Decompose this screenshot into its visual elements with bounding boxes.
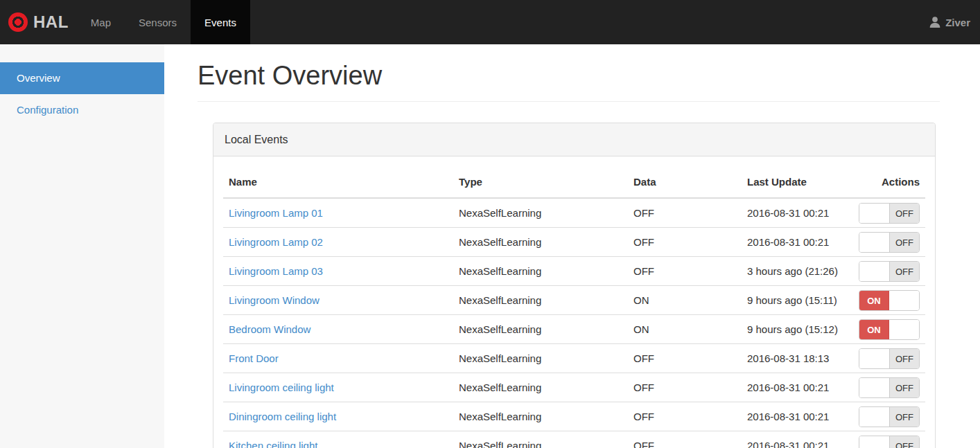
last-update-cell: 2016-08-31 00:21 — [742, 373, 853, 402]
name-cell: Livingroom Lamp 02 — [223, 228, 453, 257]
data-cell: OFF — [628, 344, 742, 373]
data-cell: OFF — [628, 228, 742, 257]
events-table: Name Type Data Last Update Actions — [223, 167, 925, 448]
name-cell: Livingroom Lamp 03 — [223, 257, 453, 286]
brand[interactable]: HAL — [0, 0, 77, 44]
actions-cell: ON — [853, 315, 925, 344]
sidebar-item[interactable]: Configuration — [0, 94, 164, 126]
panel-title: Local Events — [225, 134, 288, 145]
switch-handle — [859, 407, 889, 427]
brand-label: HAL — [33, 12, 69, 32]
switch-handle — [859, 262, 889, 281]
switch-state-label: OFF — [889, 349, 919, 368]
table-row: Diningroom ceiling light NexaSelfLearnin… — [223, 402, 925, 431]
event-name-link[interactable]: Livingroom Lamp 02 — [229, 236, 323, 248]
nav-tab[interactable]: Events — [191, 0, 250, 44]
last-update-cell: 2016-08-31 00:21 — [742, 228, 853, 257]
type-cell: NexaSelfLearning — [453, 402, 628, 431]
last-update-cell: 9 hours ago (15:12) — [742, 315, 853, 344]
event-name-link[interactable]: Livingroom Lamp 03 — [229, 265, 323, 277]
type-cell: NexaSelfLearning — [453, 228, 628, 257]
toggle-switch[interactable]: OFF — [859, 203, 920, 224]
toggle-switch[interactable]: OFF — [859, 377, 920, 398]
actions-cell: OFF — [853, 402, 925, 431]
switch-state-label: OFF — [889, 378, 919, 397]
name-cell: Kitchen ceiling light — [223, 431, 453, 448]
switch-handle — [889, 320, 919, 339]
event-name-link[interactable]: Kitchen ceiling light — [229, 440, 317, 448]
sidebar: Overview Configuration — [0, 44, 164, 448]
data-cell: OFF — [628, 257, 742, 286]
actions-cell: ON — [853, 286, 925, 315]
name-cell: Livingroom Lamp 01 — [223, 198, 453, 228]
person-icon — [929, 16, 941, 28]
event-name-link[interactable]: Livingroom ceiling light — [229, 382, 334, 393]
column-header: Type — [453, 167, 628, 198]
type-cell: NexaSelfLearning — [453, 344, 628, 373]
column-header: Data — [628, 167, 742, 198]
name-cell: Bedroom Window — [223, 315, 453, 344]
column-header: Actions — [853, 167, 925, 198]
events-table-body: Livingroom Lamp 01 NexaSelfLearning OFF … — [223, 198, 925, 448]
event-name-link[interactable]: Bedroom Window — [229, 323, 310, 335]
table-row: Livingroom ceiling light NexaSelfLearnin… — [223, 373, 925, 402]
toggle-switch[interactable]: ON — [859, 290, 920, 311]
last-update-cell: 9 hours ago (15:11) — [742, 286, 853, 315]
toggle-switch[interactable]: OFF — [859, 406, 920, 427]
switch-state-label: OFF — [889, 436, 919, 448]
name-cell: Livingroom Window — [223, 286, 453, 315]
sidebar-item[interactable]: Overview — [0, 62, 164, 94]
type-cell: NexaSelfLearning — [453, 373, 628, 402]
table-header-row: Name Type Data Last Update Actions — [223, 167, 925, 198]
actions-cell: OFF — [853, 344, 925, 373]
panel-body: Name Type Data Last Update Actions — [213, 156, 935, 448]
table-row: Kitchen ceiling light NexaSelfLearning O… — [223, 431, 925, 448]
nav-tab[interactable]: Map — [77, 0, 125, 44]
nav-tab[interactable]: Sensors — [125, 0, 191, 44]
user-menu[interactable]: Ziver — [919, 0, 980, 44]
bullseye-logo-icon — [8, 12, 28, 32]
type-cell: NexaSelfLearning — [453, 198, 628, 228]
switch-handle — [859, 349, 889, 368]
data-cell: ON — [628, 286, 742, 315]
last-update-cell: 2016-08-31 00:21 — [742, 402, 853, 431]
switch-state-label: OFF — [889, 262, 919, 281]
event-name-link[interactable]: Livingroom Window — [229, 294, 320, 306]
page-title: Event Overview — [198, 61, 940, 102]
data-cell: OFF — [628, 198, 742, 228]
last-update-cell: 2016-08-31 00:21 — [742, 431, 853, 448]
actions-cell: OFF — [853, 198, 925, 228]
switch-handle — [859, 378, 889, 397]
event-name-link[interactable]: Livingroom Lamp 01 — [229, 207, 323, 219]
actions-cell: OFF — [853, 228, 925, 257]
name-cell: Front Door — [223, 344, 453, 373]
switch-handle — [859, 233, 889, 252]
data-cell: OFF — [628, 373, 742, 402]
switch-state-label: ON — [859, 291, 889, 310]
toggle-switch[interactable]: OFF — [859, 261, 920, 282]
table-row: Livingroom Lamp 02 NexaSelfLearning OFF … — [223, 228, 925, 257]
toggle-switch[interactable]: OFF — [859, 348, 920, 369]
toggle-switch[interactable]: OFF — [859, 436, 920, 448]
actions-cell: OFF — [853, 257, 925, 286]
toggle-switch[interactable]: ON — [859, 319, 920, 340]
switch-state-label: OFF — [889, 407, 919, 427]
switch-handle — [859, 204, 889, 223]
event-name-link[interactable]: Diningroom ceiling light — [229, 411, 336, 422]
name-cell: Diningroom ceiling light — [223, 402, 453, 431]
event-name-link[interactable]: Front Door — [229, 352, 279, 364]
data-cell: OFF — [628, 402, 742, 431]
username-label: Ziver — [945, 17, 970, 28]
type-cell: NexaSelfLearning — [453, 431, 628, 448]
last-update-cell: 2016-08-31 00:21 — [742, 198, 853, 228]
switch-handle — [889, 291, 919, 310]
column-header: Last Update — [742, 167, 853, 198]
actions-cell: OFF — [853, 431, 925, 448]
toggle-switch[interactable]: OFF — [859, 232, 920, 253]
table-row: Bedroom Window NexaSelfLearning ON 9 hou… — [223, 315, 925, 344]
column-header: Name — [223, 167, 453, 198]
type-cell: NexaSelfLearning — [453, 257, 628, 286]
type-cell: NexaSelfLearning — [453, 315, 628, 344]
table-row: Front Door NexaSelfLearning OFF 2016-08-… — [223, 344, 925, 373]
table-row: Livingroom Lamp 01 NexaSelfLearning OFF … — [223, 198, 925, 228]
